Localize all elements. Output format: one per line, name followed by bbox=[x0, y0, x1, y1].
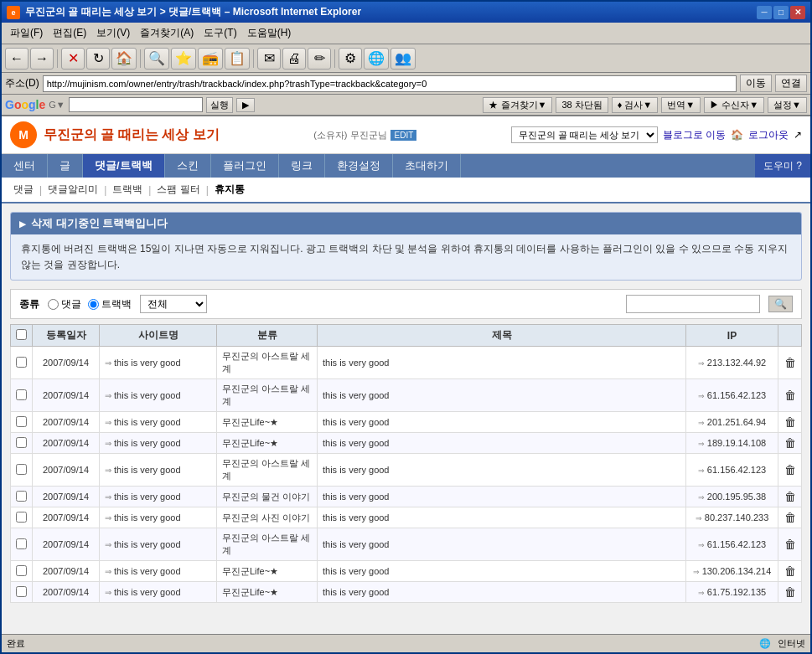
print-button[interactable]: 🖨 bbox=[282, 48, 306, 70]
favorites-button[interactable]: ⭐ bbox=[171, 48, 196, 70]
topnav-center[interactable]: 센터 bbox=[2, 154, 48, 178]
row-action-cell[interactable]: 🗑 bbox=[778, 454, 802, 487]
trash-icon[interactable]: 🗑 bbox=[784, 585, 796, 599]
address-input[interactable] bbox=[43, 75, 737, 92]
table-container[interactable]: 등록일자 사이트명 분류 제목 IP 2007/09/14 ⇒ this is … bbox=[10, 324, 802, 603]
subnav-trash[interactable]: 휴지통 bbox=[211, 181, 248, 198]
mail-button[interactable]: ✉ bbox=[257, 48, 281, 70]
google-search-btn[interactable]: ♦ 검사▼ bbox=[612, 97, 659, 113]
menu-view[interactable]: 보기(V) bbox=[91, 24, 135, 42]
edit-button[interactable]: EDIT bbox=[390, 130, 416, 141]
logout-link[interactable]: 로그아웃 bbox=[748, 128, 789, 142]
history-button[interactable]: 📋 bbox=[225, 48, 250, 70]
blog-select[interactable]: 무진군의 골 때리는 세상 보기 bbox=[511, 126, 658, 143]
row-action-cell[interactable]: 🗑 bbox=[778, 507, 802, 528]
row-checkbox[interactable] bbox=[16, 586, 27, 597]
row-checkbox[interactable] bbox=[16, 512, 27, 523]
row-checkbox[interactable] bbox=[16, 538, 27, 549]
google-options-button[interactable]: ▶ bbox=[236, 98, 255, 112]
topnav-plugin[interactable]: 플러그인 bbox=[211, 154, 279, 178]
row-action-cell[interactable]: 🗑 bbox=[778, 347, 802, 379]
subnav-spam-filter[interactable]: 스팸 필터 bbox=[153, 181, 203, 198]
subnav-comment-alert[interactable]: 댓글알리미 bbox=[44, 181, 101, 198]
trash-icon[interactable]: 🗑 bbox=[784, 436, 796, 450]
row-checkbox[interactable] bbox=[16, 416, 27, 427]
close-button[interactable]: ✕ bbox=[790, 6, 805, 19]
blog-move-link[interactable]: 블로그로 이동 bbox=[663, 128, 726, 142]
menu-help[interactable]: 도움말(H) bbox=[242, 24, 297, 42]
subnav-comment[interactable]: 댓글 bbox=[10, 181, 37, 198]
trash-icon[interactable]: 🗑 bbox=[784, 564, 796, 578]
search-button[interactable]: 🔍 bbox=[144, 48, 169, 70]
network-button[interactable]: 🌐 bbox=[364, 48, 389, 70]
stop-button[interactable]: ✕ bbox=[61, 48, 85, 70]
radio-trackback[interactable] bbox=[88, 299, 99, 310]
menu-file[interactable]: 파일(F) bbox=[5, 24, 48, 42]
category-select[interactable]: 전체 bbox=[140, 295, 207, 313]
tools-button[interactable]: ⚙ bbox=[339, 48, 362, 70]
people-button[interactable]: 👥 bbox=[390, 48, 416, 70]
row-checkbox[interactable] bbox=[16, 491, 27, 502]
trash-icon[interactable]: 🗑 bbox=[784, 490, 796, 503]
row-checkbox[interactable] bbox=[16, 357, 27, 368]
row-checkbox-cell[interactable] bbox=[11, 412, 33, 433]
trash-icon[interactable]: 🗑 bbox=[784, 356, 796, 369]
menu-favorites[interactable]: 즐겨찾기(A) bbox=[135, 24, 199, 42]
go-button[interactable]: 이동 bbox=[740, 75, 772, 92]
row-checkbox[interactable] bbox=[16, 565, 27, 576]
search-button[interactable]: 🔍 bbox=[768, 296, 793, 312]
media-button[interactable]: 📻 bbox=[198, 48, 223, 70]
topnav-invite[interactable]: 초대하기 bbox=[393, 154, 461, 178]
row-checkbox-cell[interactable] bbox=[11, 347, 33, 379]
topnav-skin[interactable]: 스킨 bbox=[165, 154, 211, 178]
forward-button[interactable]: → bbox=[30, 48, 54, 70]
row-action-cell[interactable]: 🗑 bbox=[778, 582, 802, 603]
trash-icon[interactable]: 🗑 bbox=[784, 415, 796, 429]
row-checkbox-cell[interactable] bbox=[11, 379, 33, 412]
row-action-cell[interactable]: 🗑 bbox=[778, 412, 802, 433]
select-all-checkbox[interactable] bbox=[16, 329, 27, 340]
row-checkbox-cell[interactable] bbox=[11, 454, 33, 487]
row-checkbox-cell[interactable] bbox=[11, 507, 33, 528]
topnav-help[interactable]: 도우미 ? bbox=[755, 154, 810, 178]
links-button[interactable]: 연결 bbox=[775, 75, 807, 92]
menu-edit[interactable]: 편집(E) bbox=[48, 24, 91, 42]
trash-icon[interactable]: 🗑 bbox=[784, 538, 796, 551]
google-translate-button[interactable]: 번역▼ bbox=[661, 97, 701, 113]
google-search-input[interactable] bbox=[69, 97, 203, 112]
subnav-trackback[interactable]: 트랙백 bbox=[109, 181, 146, 198]
google-settings-button[interactable]: 설정▼ bbox=[768, 97, 807, 113]
back-button[interactable]: ← bbox=[5, 48, 28, 70]
topnav-comment[interactable]: 댓글/트랙백 bbox=[83, 154, 165, 178]
radio-comment[interactable] bbox=[48, 299, 59, 310]
google-favorites-button[interactable]: ★ 즐겨찾기▼ bbox=[483, 97, 552, 113]
trash-icon[interactable]: 🗑 bbox=[784, 463, 796, 476]
radio-trackback-label[interactable]: 트랙백 bbox=[88, 297, 132, 312]
google-exec-button[interactable]: 실행 bbox=[206, 97, 233, 113]
search-input[interactable] bbox=[626, 295, 760, 313]
row-checkbox-cell[interactable] bbox=[11, 582, 33, 603]
refresh-button[interactable]: ↻ bbox=[86, 48, 110, 70]
trash-icon[interactable]: 🗑 bbox=[784, 511, 796, 524]
row-checkbox-cell[interactable] bbox=[11, 528, 33, 561]
row-action-cell[interactable]: 🗑 bbox=[778, 379, 802, 412]
maximize-button[interactable]: □ bbox=[773, 6, 789, 19]
trash-icon[interactable]: 🗑 bbox=[784, 389, 796, 402]
row-action-cell[interactable]: 🗑 bbox=[778, 433, 802, 454]
menu-tools[interactable]: 도구(T) bbox=[199, 24, 241, 42]
row-action-cell[interactable]: 🗑 bbox=[778, 487, 802, 507]
row-checkbox-cell[interactable] bbox=[11, 561, 33, 582]
edit-page-button[interactable]: ✏ bbox=[308, 48, 331, 70]
radio-comment-label[interactable]: 댓글 bbox=[48, 297, 81, 312]
row-checkbox[interactable] bbox=[16, 389, 27, 400]
row-action-cell[interactable]: 🗑 bbox=[778, 561, 802, 582]
google-recipient-button[interactable]: ▶ 수신자▼ bbox=[704, 97, 764, 113]
google-blocked-button[interactable]: 38 차단됨 bbox=[556, 97, 608, 113]
row-checkbox[interactable] bbox=[16, 464, 27, 475]
topnav-settings[interactable]: 환경설정 bbox=[325, 154, 393, 178]
home-button[interactable]: 🏠 bbox=[111, 48, 137, 70]
row-checkbox-cell[interactable] bbox=[11, 433, 33, 454]
topnav-link[interactable]: 링크 bbox=[279, 154, 325, 178]
row-checkbox-cell[interactable] bbox=[11, 487, 33, 507]
minimize-button[interactable]: ─ bbox=[757, 6, 772, 19]
